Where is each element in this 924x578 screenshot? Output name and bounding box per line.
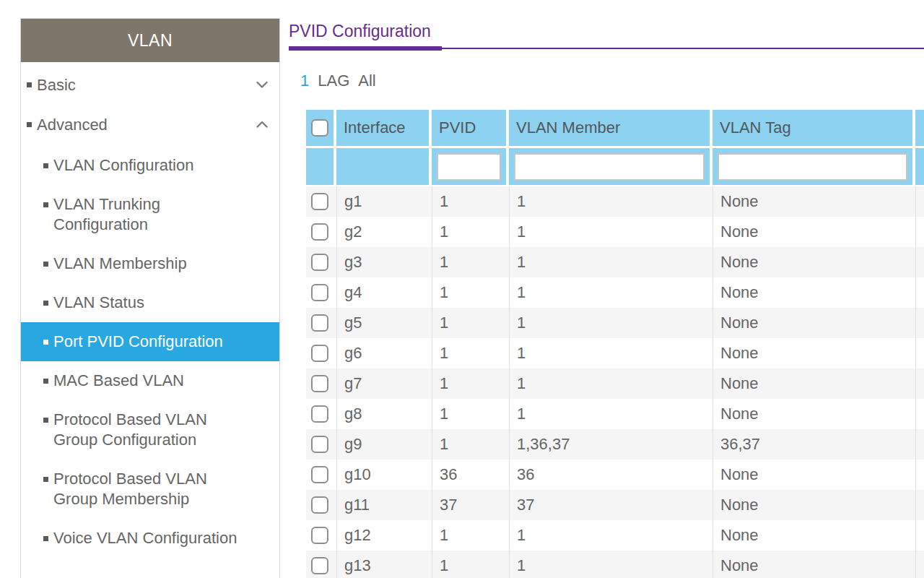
row-checkbox[interactable] (311, 527, 328, 544)
sidebar-item-protocol-based-vlan-group-membership[interactable]: Protocol Based VLAN Group Membership (21, 460, 279, 519)
table-row: g10 36 36 None (306, 460, 924, 490)
cell-overflow (915, 490, 924, 520)
filter-cell-interface (336, 148, 429, 185)
vlan-tag-filter-input[interactable] (718, 153, 907, 181)
cell-vlan-tag: None (712, 277, 912, 308)
row-checkbox[interactable] (311, 557, 328, 574)
row-checkbox[interactable] (311, 193, 328, 210)
cell-vlan-tag: None (712, 186, 912, 217)
row-checkbox-cell (306, 490, 334, 520)
cell-overflow (915, 429, 924, 460)
sidebar-item-basic[interactable]: Basic (21, 65, 279, 105)
cell-vlan-member: 1 (509, 368, 710, 399)
sidebar-item-vlan-membership[interactable]: VLAN Membership (21, 244, 279, 283)
sidebar-item-label: VLAN Configuration (53, 155, 193, 176)
row-checkbox[interactable] (311, 436, 328, 453)
cell-vlan-tag: None (712, 551, 912, 578)
cell-interface: g8 (336, 399, 429, 429)
cell-interface: g12 (336, 520, 429, 551)
cell-interface: g5 (336, 308, 429, 338)
unit-filter-lag[interactable]: LAG (318, 72, 349, 90)
sidebar-item-vlan-configuration[interactable]: VLAN Configuration (21, 146, 279, 185)
filter-cell-vlan-member (509, 148, 710, 185)
cell-interface: g3 (336, 247, 429, 277)
sidebar-item-vlan-trunking-configuration[interactable]: VLAN Trunking Configuration (21, 185, 279, 244)
bullet-icon (43, 536, 48, 541)
cell-pvid: 1 (432, 186, 506, 217)
filter-cell-empty (306, 148, 334, 185)
bullet-icon (27, 82, 32, 87)
sidebar-item-port-pvid-configuration[interactable]: Port PVID Configuration (21, 322, 279, 361)
title-underline (289, 46, 924, 51)
cell-pvid: 1 (432, 277, 506, 308)
cell-interface: g10 (336, 460, 429, 490)
cell-overflow (915, 186, 924, 217)
row-checkbox[interactable] (311, 496, 328, 514)
row-checkbox[interactable] (311, 254, 328, 271)
unit-filter-bar: 1 LAG All (300, 72, 376, 90)
select-all-checkbox[interactable] (311, 119, 328, 137)
cell-vlan-member: 1 (509, 247, 710, 277)
row-checkbox[interactable] (311, 405, 328, 423)
cell-vlan-tag: None (712, 308, 912, 338)
row-checkbox[interactable] (311, 345, 328, 362)
row-checkbox-cell (306, 308, 334, 338)
advanced-submenu: VLAN ConfigurationVLAN Trunking Configur… (21, 146, 279, 558)
row-checkbox[interactable] (311, 284, 328, 301)
table-row: g6 1 1 None (306, 338, 924, 368)
row-checkbox-cell (306, 460, 334, 490)
sidebar-item-label: VLAN Status (53, 293, 144, 313)
cell-vlan-member: 1 (509, 217, 710, 247)
sidebar-item-label: Protocol Based VLAN Group Configuration (53, 410, 240, 450)
cell-vlan-member: 1 (509, 186, 710, 217)
table-row: g13 1 1 None (306, 551, 924, 578)
row-checkbox-cell (306, 217, 334, 247)
row-checkbox[interactable] (311, 223, 328, 241)
cell-pvid: 1 (432, 308, 506, 338)
unit-filter-1[interactable]: 1 (300, 72, 309, 90)
table-row: g4 1 1 None (306, 277, 924, 308)
sidebar-item-protocol-based-vlan-group-configuration[interactable]: Protocol Based VLAN Group Configuration (21, 400, 279, 460)
cell-vlan-tag: None (712, 338, 912, 368)
sidebar-item-mac-based-vlan[interactable]: MAC Based VLAN (21, 361, 279, 400)
table-row: g2 1 1 None (306, 217, 924, 247)
column-header-vlan-tag: VLAN Tag (712, 110, 912, 146)
pvid-filter-input[interactable] (437, 153, 501, 181)
cell-pvid: 1 (432, 399, 506, 429)
sidebar-item-label: MAC Based VLAN (53, 371, 184, 391)
row-checkbox-cell (306, 186, 334, 217)
table-row: g5 1 1 None (306, 308, 924, 338)
table-row: g9 1 1,36,37 36,37 (306, 429, 924, 460)
cell-vlan-member: 1 (509, 551, 710, 578)
row-checkbox[interactable] (311, 466, 328, 483)
table-row: g7 1 1 None (306, 368, 924, 399)
filter-cell-vlan-tag (712, 148, 912, 185)
cell-overflow (915, 217, 924, 247)
row-checkbox[interactable] (311, 375, 328, 392)
row-checkbox[interactable] (311, 314, 328, 332)
vlan-member-filter-input[interactable] (514, 153, 705, 181)
sidebar-item-label: Advanced (37, 116, 256, 134)
cell-overflow (915, 247, 924, 277)
row-checkbox-cell (306, 247, 334, 277)
table-header-row: Interface PVID VLAN Member VLAN Tag (306, 110, 924, 146)
cell-interface: g1 (336, 186, 429, 217)
sidebar-item-vlan-status[interactable]: VLAN Status (21, 283, 279, 322)
cell-pvid: 1 (432, 217, 506, 247)
cell-overflow (915, 551, 924, 578)
cell-vlan-tag: 36,37 (712, 429, 912, 460)
cell-pvid: 1 (432, 368, 506, 399)
cell-overflow (915, 368, 924, 399)
bullet-icon (43, 163, 48, 168)
column-header-interface: Interface (336, 110, 429, 146)
cell-vlan-member: 1 (509, 308, 710, 338)
sidebar-item-advanced[interactable]: Advanced (21, 105, 279, 144)
cell-interface: g9 (336, 429, 429, 460)
cell-vlan-tag: None (712, 368, 912, 399)
bullet-icon (27, 122, 32, 127)
sidebar-item-label: VLAN Trunking Configuration (53, 194, 240, 235)
sidebar-item-voice-vlan-configuration[interactable]: Voice VLAN Configuration (21, 519, 279, 558)
bullet-icon (43, 262, 48, 267)
unit-filter-all[interactable]: All (358, 72, 375, 90)
row-checkbox-cell (306, 551, 334, 578)
